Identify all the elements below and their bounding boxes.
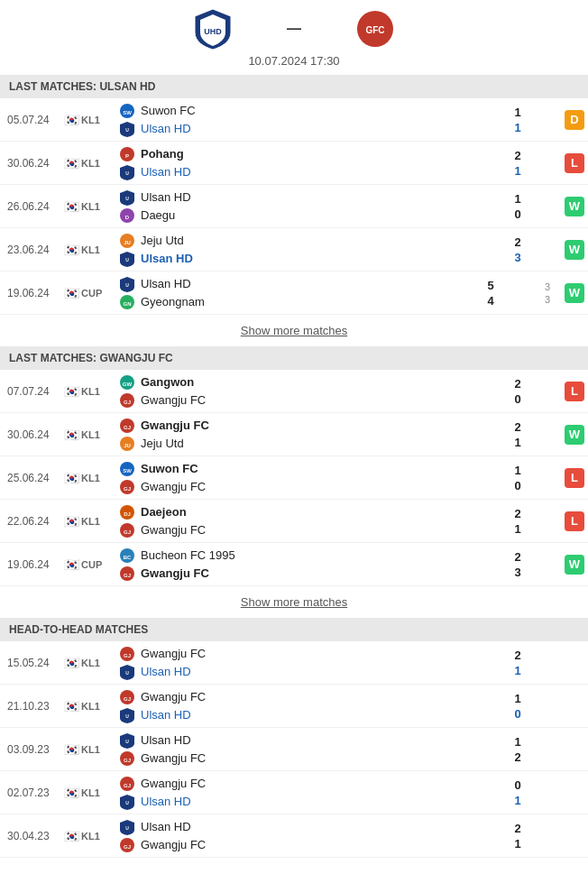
team-name: Ulsan HD	[141, 122, 191, 135]
team-row: U Ulsan HD	[119, 794, 501, 810]
match-scores: 21	[507, 500, 561, 542]
team-icon: U	[119, 121, 135, 137]
team-icon: GW	[119, 374, 135, 391]
svg-text:U: U	[125, 257, 129, 262]
match-date: 26.06.24	[0, 185, 61, 227]
match-scores: 21	[507, 413, 561, 455]
team-icon: SW	[119, 461, 135, 477]
match-date: 05.07.24	[0, 98, 61, 141]
svg-text:D: D	[125, 215, 130, 220]
svg-text:GW: GW	[123, 382, 133, 387]
team-row: SW Suwon FC	[119, 103, 501, 119]
team-row: U Ulsan HD	[119, 164, 501, 180]
team-name: Gwangju FC	[141, 777, 206, 790]
match-teams: GJ Gwangju FC U Ulsan HD	[114, 771, 507, 814]
result-badge: L	[565, 468, 584, 488]
match-result	[561, 814, 588, 857]
match-scores: 21	[507, 641, 561, 684]
match-competition: KL1	[81, 456, 114, 499]
svg-text:GJ: GJ	[124, 400, 131, 405]
match-date: 25.06.24	[0, 456, 61, 499]
match-teams: GW Gangwon GJ Gwangju FC	[114, 370, 507, 412]
match-row: 05.07.24 🇰🇷 KL1 SW Suwon FC U Ulsan HD 1…	[0, 98, 588, 142]
match-date: 23.06.24	[0, 228, 61, 271]
svg-text:GFC: GFC	[365, 25, 384, 35]
svg-text:GJ: GJ	[124, 425, 131, 430]
team-name: Bucheon FC 1995	[141, 548, 235, 562]
gwangju-matches-list: 07.07.24 🇰🇷 KL1 GW Gangwon GJ Gwangju FC…	[0, 370, 588, 586]
team-icon: GJ	[119, 776, 135, 792]
svg-text:GJ: GJ	[124, 653, 131, 658]
match-competition: KL1	[81, 228, 114, 271]
score-value: 1	[509, 522, 527, 536]
match-scores: 10	[507, 685, 561, 727]
team-name: Gwangju FC	[141, 480, 206, 493]
match-competition: KL1	[81, 370, 114, 412]
match-row: 25.06.24 🇰🇷 KL1 SW Suwon FC GJ Gwangju F…	[0, 456, 588, 500]
match-flag: 🇰🇷	[61, 142, 81, 184]
match-date: 19.06.24	[0, 543, 61, 585]
match-teams: GJ Gwangju FC JU Jeju Utd	[114, 413, 507, 455]
score-value: 1	[509, 121, 527, 134]
team-name: Gangwon	[141, 375, 194, 389]
svg-text:GJ: GJ	[124, 758, 131, 763]
match-row: 02.07.23 🇰🇷 KL1 GJ Gwangju FC U Ulsan HD…	[0, 771, 588, 814]
result-badge: L	[565, 511, 584, 531]
score-value: 2	[509, 420, 527, 434]
score-value: 1	[509, 692, 527, 705]
score-value: 0	[509, 479, 527, 492]
team-icon: GJ	[119, 392, 135, 409]
match-header: UHD — GFC	[0, 0, 588, 54]
match-scores: 54	[480, 271, 534, 314]
match-teams: GJ Gwangju FC U Ulsan HD	[114, 685, 507, 727]
score-dash: —	[287, 21, 301, 37]
team-row: GJ Gwangju FC	[119, 418, 501, 434]
match-competition: KL1	[81, 413, 114, 455]
ulsan-show-more[interactable]: Show more matches	[0, 315, 588, 346]
team-name: Daegu	[141, 208, 175, 222]
score-value: 2	[509, 822, 527, 835]
team-icon: GJ	[119, 837, 135, 853]
team-icon: D	[119, 207, 135, 224]
match-flag: 🇰🇷	[61, 370, 81, 412]
score-value: 2	[509, 149, 527, 162]
match-row: 30.06.24 🇰🇷 KL1 GJ Gwangju FC JU Jeju Ut…	[0, 413, 588, 456]
svg-text:U: U	[125, 670, 129, 676]
match-result	[561, 685, 588, 727]
match-result: W	[561, 413, 588, 455]
team-name: Gwangju FC	[141, 523, 206, 537]
team-row: BC Bucheon FC 1995	[119, 547, 501, 564]
extra-score: 3	[538, 281, 556, 292]
team-name: Ulsan HD	[141, 795, 191, 808]
match-date: 07.07.24	[0, 370, 61, 412]
team-name: Ulsan HD	[141, 733, 191, 747]
team-icon: U	[119, 664, 135, 680]
team-name: Pohang	[141, 147, 184, 161]
match-date: 22.06.24	[0, 500, 61, 542]
team-row: U Ulsan HD	[119, 664, 501, 680]
result-badge: W	[565, 240, 584, 260]
match-result	[561, 728, 588, 770]
match-result: L	[561, 456, 588, 499]
team-icon: U	[119, 707, 135, 723]
svg-text:JU: JU	[124, 240, 131, 245]
svg-text:U: U	[125, 282, 129, 288]
score-value: 4	[482, 294, 500, 308]
score-value: 1	[509, 664, 527, 677]
match-scores: 12	[507, 728, 561, 770]
team-row: GJ Gwangju FC	[119, 392, 501, 409]
svg-text:U: U	[125, 800, 129, 805]
svg-text:UHD: UHD	[204, 27, 222, 36]
gwangju-show-more[interactable]: Show more matches	[0, 586, 588, 618]
match-competition: CUP	[81, 543, 114, 585]
match-teams: U Ulsan HD GJ Gwangju FC	[114, 814, 507, 857]
match-scores: 23	[507, 228, 561, 271]
header-teams: UHD — GFC	[193, 9, 395, 49]
team-icon: U	[119, 732, 135, 749]
team-row: GN Gyeongnam	[119, 294, 474, 310]
match-competition: KL1	[81, 185, 114, 227]
team-name: Ulsan HD	[141, 165, 191, 179]
score-value: 1	[509, 164, 527, 178]
match-flag: 🇰🇷	[61, 185, 81, 227]
match-row: 19.06.24 🇰🇷 CUP U Ulsan HD GN Gyeongnam …	[0, 271, 588, 315]
